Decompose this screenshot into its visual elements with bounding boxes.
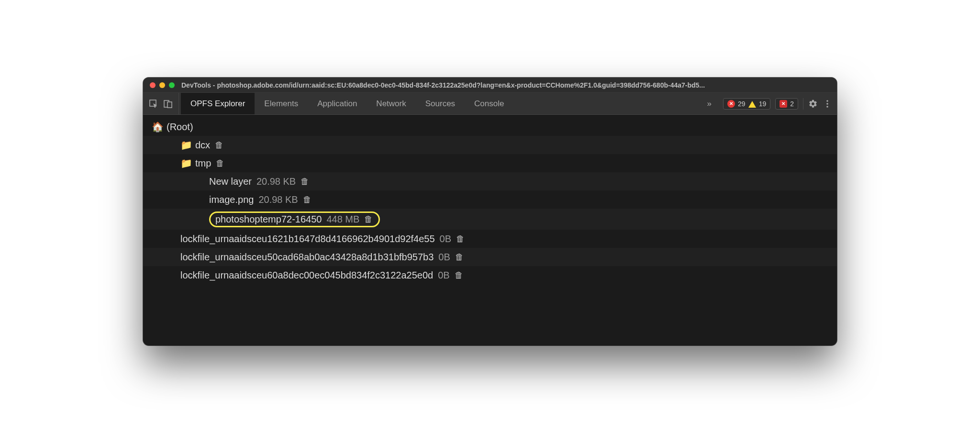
file-name: lockfile_urnaaidsceu60a8dec00ec045bd834f… — [180, 270, 433, 281]
tab-label: Network — [376, 99, 406, 109]
delete-icon[interactable]: 🗑 — [215, 140, 223, 150]
minimize-window-button[interactable] — [159, 82, 165, 88]
delete-icon[interactable]: 🗑 — [456, 234, 465, 244]
file-name: lockfile_urnaaidsceu50cad68ab0ac43428a8d… — [180, 252, 434, 263]
tree-folder-row[interactable]: 📁tmp🗑 — [143, 154, 837, 172]
file-name: lockfile_urnaaidsceu1621b1647d8d4166962b… — [180, 234, 435, 245]
issue-icon: ✕ — [780, 100, 787, 108]
file-size: 0B — [438, 252, 450, 263]
separator — [803, 98, 803, 110]
close-window-button[interactable] — [150, 82, 156, 88]
more-options-button[interactable] — [823, 99, 832, 109]
file-name: image.png — [209, 194, 254, 205]
root-name: (Root) — [167, 122, 193, 133]
tree-file-row[interactable]: lockfile_urnaaidsceu60a8dec00ec045bd834f… — [143, 266, 837, 284]
delete-icon[interactable]: 🗑 — [455, 252, 464, 262]
panel-tabs: OPFS ExplorerElementsApplicationNetworkS… — [179, 93, 701, 114]
inspect-tools — [143, 93, 179, 114]
tree-file-row[interactable]: photoshoptemp72-16450448 MB🗑 — [143, 209, 837, 230]
issues-count: 2 — [790, 100, 794, 108]
tab-label: Sources — [425, 99, 455, 109]
delete-icon[interactable]: 🗑 — [455, 270, 463, 280]
svg-point-5 — [826, 106, 828, 108]
window-controls — [150, 82, 175, 88]
file-name: New layer — [209, 176, 252, 187]
folder-icon: 📁 — [180, 157, 192, 169]
home-icon: 🏠 — [152, 121, 164, 133]
svg-rect-2 — [167, 102, 172, 108]
toolbar-right: ✕ 29 19 ✕ 2 — [718, 93, 837, 114]
delete-icon[interactable]: 🗑 — [303, 195, 312, 205]
warning-icon — [748, 100, 756, 108]
errors-warnings-badge[interactable]: ✕ 29 19 — [723, 98, 770, 110]
tab-elements[interactable]: Elements — [255, 93, 308, 114]
tab-label: Console — [474, 99, 504, 109]
delete-icon[interactable]: 🗑 — [216, 158, 224, 168]
folder-name: tmp — [195, 158, 211, 169]
highlighted-file: photoshoptemp72-16450448 MB🗑 — [209, 212, 380, 227]
device-toolbar-icon[interactable] — [163, 99, 173, 109]
tab-network[interactable]: Network — [367, 93, 415, 114]
tree-file-row[interactable]: image.png20.98 KB🗑 — [143, 190, 837, 209]
opfs-file-tree: 🏠(Root)📁dcx🗑📁tmp🗑New layer20.98 KB🗑image… — [143, 115, 837, 345]
tree-folder-row[interactable]: 📁dcx🗑 — [143, 136, 837, 154]
settings-button[interactable] — [808, 99, 818, 109]
tree-file-row[interactable]: New layer20.98 KB🗑 — [143, 172, 837, 190]
errors-count: 29 — [738, 100, 746, 108]
delete-icon[interactable]: 🗑 — [364, 214, 373, 224]
window-title: DevTools - photoshop.adobe.com/id/urn:aa… — [181, 81, 830, 89]
tab-console[interactable]: Console — [465, 93, 513, 114]
tree-file-row[interactable]: lockfile_urnaaidsceu1621b1647d8d4166962b… — [143, 230, 837, 248]
tab-label: Elements — [264, 99, 298, 109]
folder-icon: 📁 — [180, 139, 192, 151]
tab-opfs-explorer[interactable]: OPFS Explorer — [181, 93, 255, 114]
tab-application[interactable]: Application — [308, 93, 367, 114]
zoom-window-button[interactable] — [169, 82, 175, 88]
toolbar: OPFS ExplorerElementsApplicationNetworkS… — [143, 93, 837, 115]
tree-root-row[interactable]: 🏠(Root) — [143, 118, 837, 136]
issues-badge[interactable]: ✕ 2 — [775, 98, 798, 110]
chevron-double-right-icon: » — [707, 99, 712, 109]
file-size: 20.98 KB — [258, 194, 298, 205]
devtools-window: DevTools - photoshop.adobe.com/id/urn:aa… — [143, 78, 837, 345]
svg-point-3 — [826, 100, 828, 102]
error-icon: ✕ — [727, 100, 735, 108]
folder-name: dcx — [195, 140, 210, 151]
file-size: 0B — [440, 234, 451, 245]
tree-file-row[interactable]: lockfile_urnaaidsceu50cad68ab0ac43428a8d… — [143, 248, 837, 266]
titlebar: DevTools - photoshop.adobe.com/id/urn:aa… — [143, 78, 837, 93]
tabs-overflow-button[interactable]: » — [701, 93, 718, 114]
warnings-count: 19 — [759, 100, 767, 108]
file-size: 448 MB — [326, 214, 359, 225]
delete-icon[interactable]: 🗑 — [301, 177, 309, 187]
inspect-element-icon[interactable] — [149, 99, 158, 109]
tab-sources[interactable]: Sources — [416, 93, 465, 114]
svg-point-4 — [826, 103, 828, 105]
tab-label: Application — [317, 99, 357, 109]
file-size: 0B — [438, 270, 449, 281]
file-name: photoshoptemp72-16450 — [215, 214, 322, 225]
tab-label: OPFS Explorer — [190, 99, 245, 109]
file-size: 20.98 KB — [256, 176, 296, 187]
